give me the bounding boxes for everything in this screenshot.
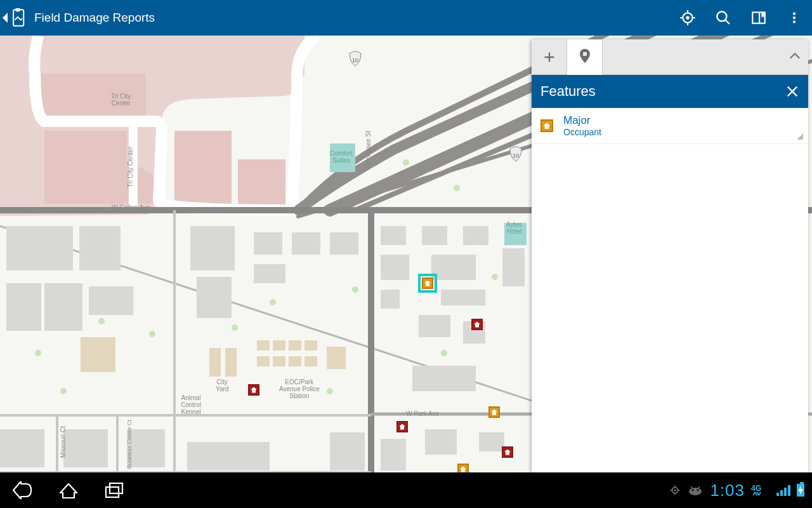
map-label: Missouri Ct [60, 426, 67, 458]
svg-rect-26 [431, 255, 476, 280]
map-marker-red[interactable] [471, 319, 483, 330]
status-clock: 1:03 [710, 481, 745, 500]
svg-point-62 [454, 185, 460, 191]
house-icon [251, 387, 257, 393]
svg-rect-52 [81, 337, 115, 372]
svg-point-56 [98, 318, 105, 324]
svg-point-75 [692, 490, 694, 491]
svg-rect-32 [0, 429, 44, 467]
network-4g-icon: 4G [751, 483, 770, 497]
tab-feature[interactable] [567, 39, 603, 75]
svg-rect-0 [16, 9, 20, 11]
plus-icon [542, 50, 556, 64]
tab-add[interactable] [532, 39, 567, 75]
back-button[interactable] [0, 0, 32, 36]
nav-recents-button[interactable] [91, 472, 137, 508]
svg-rect-46 [304, 340, 317, 351]
locate-button[interactable] [670, 0, 705, 36]
collapse-button[interactable] [788, 50, 802, 64]
svg-point-73 [674, 490, 676, 491]
svg-rect-31 [502, 248, 525, 286]
svg-rect-42 [225, 348, 237, 377]
action-bar: Field Damage Reports [0, 0, 812, 36]
android-icon [687, 485, 704, 496]
svg-rect-69 [583, 52, 587, 56]
crosshair-icon [679, 10, 696, 26]
svg-rect-39 [479, 432, 504, 451]
nav-back-button[interactable] [0, 472, 46, 508]
system-nav-bar: 1:03 4G [0, 472, 812, 508]
svg-text:10: 10 [513, 152, 519, 159]
svg-point-63 [492, 274, 498, 280]
map-marker-orange[interactable] [457, 464, 469, 472]
map-label: Comfort Suites [330, 150, 353, 164]
panel-close-button[interactable] [785, 84, 799, 98]
nav-back-icon [12, 481, 34, 499]
svg-rect-21 [254, 264, 285, 283]
svg-rect-44 [273, 340, 285, 351]
svg-rect-15 [89, 286, 133, 315]
map-label: Tri City Center [111, 93, 131, 107]
svg-point-3 [717, 11, 726, 21]
panel-tabs [532, 39, 808, 75]
svg-rect-20 [330, 232, 358, 255]
svg-rect-49 [289, 356, 301, 366]
svg-point-66 [327, 388, 333, 394]
map-label: Business Center Ct [127, 420, 133, 469]
map-label: Aytes Hotel [506, 221, 522, 235]
panel-header: Features [532, 75, 808, 108]
svg-rect-16 [190, 226, 235, 271]
svg-rect-14 [44, 283, 82, 331]
feature-item-title: Major [563, 114, 601, 127]
house-icon [399, 424, 405, 430]
svg-rect-45 [289, 340, 301, 351]
svg-rect-9 [174, 131, 232, 204]
house-icon [491, 410, 497, 415]
page-title: Field Damage Reports [34, 11, 155, 25]
bookmarks-button[interactable] [741, 0, 776, 36]
svg-rect-17 [197, 277, 232, 318]
svg-rect-36 [330, 432, 365, 471]
svg-rect-13 [6, 283, 41, 331]
map-label: Tennessee St [365, 131, 372, 170]
svg-rect-11 [6, 226, 73, 271]
svg-rect-6 [793, 17, 796, 19]
map-marker-red[interactable] [502, 446, 513, 458]
svg-rect-23 [422, 226, 447, 245]
svg-text:4G: 4G [751, 484, 761, 493]
svg-rect-47 [257, 356, 270, 366]
feature-item[interactable]: MajorOccupant [532, 108, 808, 144]
status-area[interactable]: 1:03 4G [669, 481, 812, 500]
map-label: Animal Control Kennel [181, 394, 201, 415]
svg-rect-37 [381, 439, 406, 471]
svg-rect-40 [412, 366, 476, 391]
house-icon [460, 467, 466, 472]
back-chevron-icon [3, 13, 8, 23]
search-button[interactable] [705, 0, 741, 36]
map-marker-red[interactable] [396, 421, 408, 432]
overflow-button[interactable] [776, 0, 812, 36]
house-icon [504, 450, 511, 455]
feature-item-subtitle: Occupant [563, 127, 601, 137]
svg-point-59 [352, 286, 358, 293]
svg-rect-27 [381, 290, 400, 309]
svg-rect-29 [419, 315, 450, 337]
battery-icon [797, 484, 804, 497]
house-icon [424, 281, 431, 286]
map-marker-orange[interactable] [488, 406, 500, 418]
interstate-shield-icon: 10 [350, 51, 361, 66]
svg-rect-5 [793, 13, 796, 15]
svg-rect-70 [106, 487, 119, 497]
pin-icon [579, 49, 591, 64]
svg-rect-24 [463, 226, 488, 245]
nav-home-button[interactable] [46, 472, 91, 508]
svg-rect-71 [110, 483, 122, 493]
map-marker-orange[interactable] [422, 277, 433, 289]
svg-rect-7 [793, 21, 796, 23]
svg-point-61 [403, 159, 409, 166]
feature-list[interactable]: MajorOccupant [532, 108, 808, 472]
map-marker-red[interactable] [248, 384, 259, 396]
svg-rect-51 [327, 347, 346, 369]
features-panel: Features MajorOccupant [532, 39, 808, 472]
svg-rect-22 [381, 226, 406, 245]
